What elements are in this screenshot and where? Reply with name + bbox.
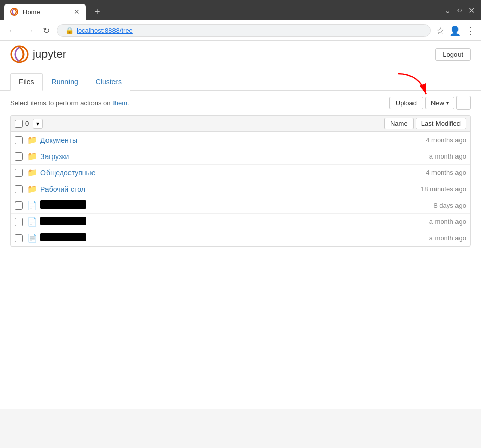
- file-link[interactable]: Общедоступные: [40, 169, 426, 177]
- folder-icon: 📁: [27, 168, 37, 177]
- redacted-block: [40, 200, 86, 209]
- row-checkbox[interactable]: [15, 152, 23, 161]
- sort-modified-button[interactable]: Last Modified: [416, 118, 466, 129]
- new-button-wrapper: New ▾: [425, 97, 454, 109]
- new-caret-icon: ▾: [446, 100, 449, 106]
- file-type-icon: 📄: [27, 233, 37, 243]
- sort-name-button[interactable]: Name: [384, 118, 414, 129]
- new-button-label: New: [431, 99, 444, 107]
- file-modified: 4 months ago: [426, 169, 466, 176]
- row-checkbox[interactable]: [15, 218, 23, 226]
- lock-icon: 🔒: [65, 27, 74, 34]
- table-row: 📁 Документы 4 months ago: [11, 132, 470, 148]
- tab-bar: Home ✕ + ⌄ ○ ✕: [0, 0, 481, 20]
- select-all-checkbox[interactable]: [15, 120, 23, 128]
- address-actions: ☆ 👤 ⋮: [436, 25, 475, 36]
- account-icon[interactable]: 👤: [449, 25, 461, 36]
- svg-point-1: [11, 46, 28, 62]
- menu-icon[interactable]: ⋮: [466, 25, 475, 36]
- tab-close-button[interactable]: ✕: [74, 8, 80, 15]
- file-modified: a month ago: [429, 218, 466, 226]
- file-type-icon: 📄: [27, 217, 37, 227]
- forward-button[interactable]: →: [24, 25, 36, 36]
- jupyter-header: jupyter Logout: [0, 41, 481, 68]
- row-checkbox[interactable]: [15, 169, 23, 177]
- page-content: jupyter Logout Files Running Clusters Se…: [0, 41, 481, 409]
- maximize-button[interactable]: ○: [455, 5, 464, 16]
- reload-button[interactable]: ↻: [41, 25, 52, 36]
- new-tab-button[interactable]: +: [90, 6, 104, 18]
- row-checkbox[interactable]: [15, 185, 23, 193]
- extra-action-button[interactable]: [456, 96, 471, 110]
- file-modified: 4 months ago: [426, 136, 466, 144]
- table-row: 📄 8 days ago: [11, 197, 470, 214]
- file-modified: a month ago: [429, 234, 466, 242]
- jupyter-toolbar: Select items to perform actions on them.…: [0, 91, 481, 115]
- back-button[interactable]: ←: [6, 25, 18, 36]
- window-controls: ⌄ ○ ✕: [442, 5, 477, 19]
- file-modified: 18 minutes ago: [421, 185, 466, 193]
- new-button[interactable]: New ▾: [425, 97, 454, 109]
- file-modified: a month ago: [429, 152, 466, 160]
- table-row: 📁 Рабочий стол 18 minutes ago: [11, 181, 470, 197]
- header-dropdown-button[interactable]: ▾: [33, 119, 43, 129]
- tab-files[interactable]: Files: [10, 73, 43, 91]
- jupyter-logo-icon: [10, 45, 29, 63]
- tab-running[interactable]: Running: [43, 73, 87, 91]
- star-icon[interactable]: ☆: [436, 25, 444, 36]
- folder-icon: 📁: [27, 184, 37, 194]
- browser-tab-title: Home: [22, 8, 40, 16]
- logout-button[interactable]: Logout: [435, 48, 471, 61]
- file-link[interactable]: Документы: [40, 136, 426, 144]
- logo-text: jupyter: [33, 48, 66, 61]
- file-type-icon: 📄: [27, 200, 37, 210]
- upload-button[interactable]: Upload: [389, 97, 423, 109]
- redacted-block: [40, 233, 86, 241]
- table-row: 📁 Общедоступные 4 months ago: [11, 165, 470, 181]
- address-input[interactable]: 🔒 localhost:8888/tree: [57, 24, 431, 37]
- table-row: 📄 a month ago: [11, 214, 470, 230]
- row-checkbox[interactable]: [15, 234, 23, 242]
- minimize-button[interactable]: ⌄: [442, 5, 453, 16]
- selected-count: 0: [25, 120, 29, 127]
- redacted-name: [40, 200, 433, 210]
- them-link[interactable]: them.: [112, 99, 129, 107]
- file-list-header: 0 ▾ Name Last Modified: [11, 116, 470, 132]
- row-checkbox[interactable]: [15, 136, 23, 144]
- browser-tab-home[interactable]: Home ✕: [4, 4, 86, 20]
- jupyter-tabs: Files Running Clusters: [0, 68, 481, 91]
- folder-icon: 📁: [27, 135, 37, 145]
- favicon-icon: [10, 8, 18, 16]
- redacted-name: [40, 233, 429, 243]
- folder-icon: 📁: [27, 151, 37, 161]
- toolbar-select-text: Select items to perform actions on them.: [10, 99, 129, 107]
- tab-clusters[interactable]: Clusters: [87, 73, 130, 91]
- jupyter-logo: jupyter: [10, 45, 66, 63]
- file-modified: 8 days ago: [433, 201, 466, 209]
- address-bar: ← → ↻ 🔒 localhost:8888/tree ☆ 👤 ⋮: [0, 20, 481, 41]
- table-row: 📄 a month ago: [11, 230, 470, 246]
- address-text: localhost:8888/tree: [77, 27, 133, 34]
- close-window-button[interactable]: ✕: [466, 5, 477, 16]
- redacted-name: [40, 217, 429, 227]
- file-link[interactable]: Загрузки: [40, 152, 429, 161]
- redacted-block: [40, 217, 86, 225]
- file-list: 0 ▾ Name Last Modified 📁 Документы 4 mon…: [10, 115, 471, 247]
- table-row: 📁 Загрузки a month ago: [11, 148, 470, 165]
- toolbar-right: Upload New ▾: [389, 96, 471, 110]
- file-link[interactable]: Рабочий стол: [40, 185, 421, 193]
- row-checkbox[interactable]: [15, 201, 23, 210]
